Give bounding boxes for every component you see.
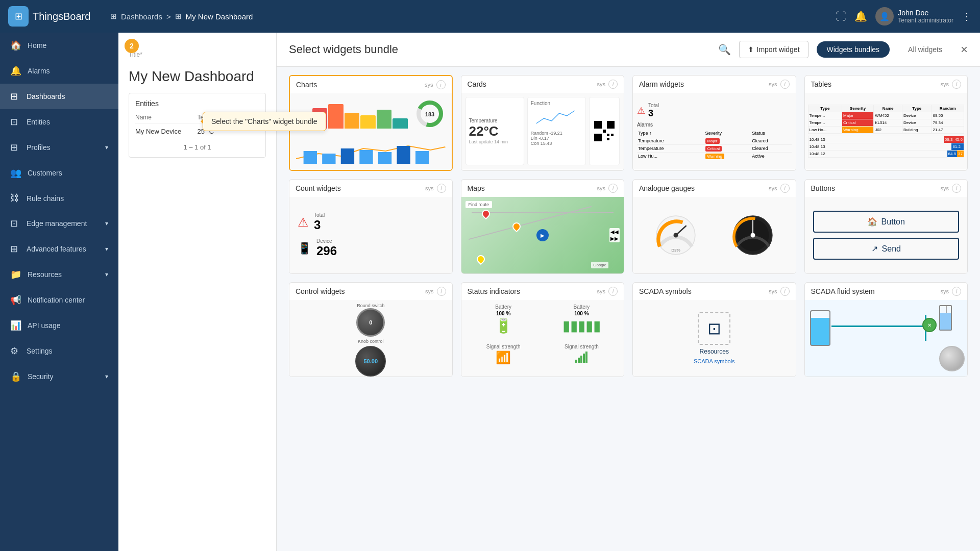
- widget-card-status-indicators[interactable]: Status indicators sys i Battery 100 % 🔋: [461, 282, 625, 377]
- sidebar-label-settings: Settings: [27, 347, 53, 355]
- fullscreen-icon[interactable]: ⛶: [836, 11, 846, 22]
- sidebar-item-home[interactable]: 🏠 Home: [0, 33, 118, 58]
- buttons-info-icon[interactable]: i: [952, 184, 961, 193]
- sidebar-label-dashboards: Dashboards: [27, 92, 65, 101]
- status-info-icon[interactable]: i: [608, 287, 618, 296]
- alarm-info-icon[interactable]: i: [780, 80, 790, 89]
- logo[interactable]: ⊞ ThingsBoard: [8, 6, 110, 27]
- notification-center-icon: 📢: [10, 294, 21, 306]
- scada-preview: ⊡ Resources SCADA symbols: [633, 300, 796, 377]
- charts-info-icon[interactable]: i: [436, 80, 446, 89]
- sidebar-item-security[interactable]: 🔒 Security ▾: [0, 364, 118, 389]
- fluid-preview: ✕: [805, 300, 968, 377]
- widget-card-alarm-widgets[interactable]: Alarm widgets sys i ⚠ Total 3: [632, 75, 796, 171]
- widget-card-tables-header: Tables sys i: [805, 76, 968, 93]
- svg-rect-4: [322, 154, 335, 164]
- maps-info-icon[interactable]: i: [608, 184, 618, 193]
- svg-rect-6: [359, 150, 373, 164]
- import-widget-button[interactable]: ⬆ Import widget: [739, 41, 808, 58]
- settings-icon: ⚙: [10, 345, 20, 357]
- svg-rect-17: [607, 138, 609, 140]
- tooltip: Select the "Charts" widget bundle: [203, 112, 326, 131]
- form-label: Title*: [129, 51, 266, 58]
- control-widgets-label: Control widgets: [296, 287, 345, 295]
- tooltip-text: Select the "Charts" widget bundle: [211, 117, 317, 126]
- widget-card-analogue-gauges[interactable]: Analogue gauges sys i: [632, 179, 796, 274]
- sidebar-label-api: API usage: [28, 321, 61, 330]
- count-widgets-label: Count widgets: [296, 184, 341, 192]
- scada-sys-badge: sys: [769, 288, 777, 294]
- sidebar-item-api-usage[interactable]: 📊 API usage: [0, 313, 118, 338]
- sidebar-item-settings[interactable]: ⚙ Settings: [0, 338, 118, 364]
- breadcrumb-dashboards[interactable]: Dashboards: [121, 12, 162, 21]
- cards-info-icon[interactable]: i: [608, 80, 618, 89]
- sidebar-item-profiles[interactable]: ⊞ Profiles ▾: [0, 135, 118, 160]
- more-options-icon[interactable]: ⋮: [962, 10, 972, 22]
- api-icon: 📊: [10, 320, 21, 331]
- scada-fluid-label: SCADA fluid system: [811, 287, 875, 295]
- logo-icon: ⊞: [8, 6, 29, 27]
- control-sys-badge: sys: [425, 288, 434, 294]
- alarm-sys-badge: sys: [769, 81, 777, 87]
- tables-label: Tables: [811, 80, 831, 88]
- tab-all-widgets[interactable]: All widgets: [898, 41, 952, 58]
- topbar-actions: ⛶ 🔔 👤 John Doe Tenant administrator ⋮: [836, 7, 972, 26]
- device-name: My New Device: [135, 128, 198, 135]
- widget-card-maps[interactable]: Maps sys i Find route G: [461, 179, 625, 274]
- pagination: 1 – 1 of 1: [135, 143, 259, 151]
- scada-symbols-label: SCADA symbols: [639, 287, 692, 295]
- sidebar-item-entities[interactable]: ⊡ Entities: [0, 109, 118, 135]
- widget-card-control-widgets[interactable]: Control widgets sys i Round switch 0: [289, 282, 453, 377]
- sidebar-item-dashboards[interactable]: ⊞ Dashboards: [0, 84, 118, 109]
- sidebar-label-edge: Edge management: [27, 219, 87, 228]
- dashboard-title: My New Dashboard: [129, 68, 266, 85]
- widget-card-scada-fluid[interactable]: SCADA fluid system sys i: [804, 282, 968, 377]
- notification-icon[interactable]: 🔔: [854, 10, 867, 22]
- tables-info-icon[interactable]: i: [952, 80, 961, 89]
- widget-card-count-widgets[interactable]: Count widgets sys i ⚠ Total 3: [289, 179, 453, 274]
- count-info-icon[interactable]: i: [437, 184, 446, 193]
- step-badge: 2: [125, 39, 139, 53]
- count-preview: ⚠ Total 3 📱 Device 296: [289, 197, 452, 273]
- user-info[interactable]: 👤 John Doe Tenant administrator: [875, 7, 953, 26]
- widget-card-gauges-header: Analogue gauges sys i: [633, 180, 796, 197]
- widget-card-status-header: Status indicators sys i: [461, 283, 624, 300]
- sidebar-item-rule-chains[interactable]: ⛓ Rule chains: [0, 186, 118, 211]
- search-icon[interactable]: 🔍: [718, 43, 731, 56]
- widget-card-cards-header: Cards sys i: [461, 76, 624, 93]
- sidebar-item-resources[interactable]: 📁 Resources ▾: [0, 262, 118, 287]
- widget-card-cards[interactable]: Cards sys i Temperature 22°C Last update…: [461, 75, 625, 171]
- sidebar-item-customers[interactable]: 👥 Customers: [0, 160, 118, 186]
- svg-rect-16: [611, 134, 614, 136]
- breadcrumb-separator: >: [166, 12, 171, 21]
- charts-label: Charts: [296, 81, 317, 89]
- sidebar-item-notification-center[interactable]: 📢 Notification center: [0, 287, 118, 313]
- cards-sys-badge: sys: [597, 81, 606, 87]
- main-layout: 🏠 Home 🔔 Alarms ⊞ Dashboards ⊡ Entities …: [0, 33, 980, 551]
- cards-preview: Temperature 22°C Last update 14 min Func…: [461, 93, 624, 169]
- close-button[interactable]: ×: [961, 42, 968, 57]
- sidebar-label-alarms: Alarms: [28, 67, 50, 75]
- tables-preview: Type Severity Name Type Random Tempe... …: [805, 93, 968, 169]
- widget-card-count-header: Count widgets sys i: [289, 180, 452, 197]
- widget-card-buttons[interactable]: Buttons sys i 🏠 Button ↗ Send: [804, 179, 968, 274]
- tab-widgets-bundles[interactable]: Widgets bundles: [817, 41, 890, 58]
- sidebar-item-edge-management[interactable]: ⊡ Edge management ▾: [0, 211, 118, 236]
- sidebar-item-advanced-features[interactable]: ⊞ Advanced features ▾: [0, 236, 118, 262]
- analogue-gauges-label: Analogue gauges: [639, 184, 695, 192]
- svg-rect-11: [594, 121, 602, 129]
- sidebar-label-notification: Notification center: [28, 296, 85, 304]
- maps-preview: Find route Google ◀◀ ▶▶: [461, 197, 624, 273]
- sidebar-item-alarms[interactable]: 🔔 Alarms: [0, 58, 118, 84]
- resources-chevron-icon: ▾: [105, 271, 108, 278]
- fluid-info-icon[interactable]: i: [952, 287, 961, 296]
- scada-info-icon[interactable]: i: [780, 287, 790, 296]
- import-icon: ⬆: [748, 45, 754, 54]
- svg-rect-9: [415, 151, 429, 164]
- status-sys-badge: sys: [597, 288, 606, 294]
- control-info-icon[interactable]: i: [437, 287, 446, 296]
- gauges-info-icon[interactable]: i: [780, 184, 790, 193]
- widget-card-tables[interactable]: Tables sys i Type Severity Name Type: [804, 75, 968, 171]
- status-preview: Battery 100 % 🔋 Battery 100 % ▮▮▮▮▮ Sign…: [461, 300, 624, 377]
- widget-card-scada-symbols[interactable]: SCADA symbols sys i ⊡ Resources SCADA sy…: [632, 282, 796, 377]
